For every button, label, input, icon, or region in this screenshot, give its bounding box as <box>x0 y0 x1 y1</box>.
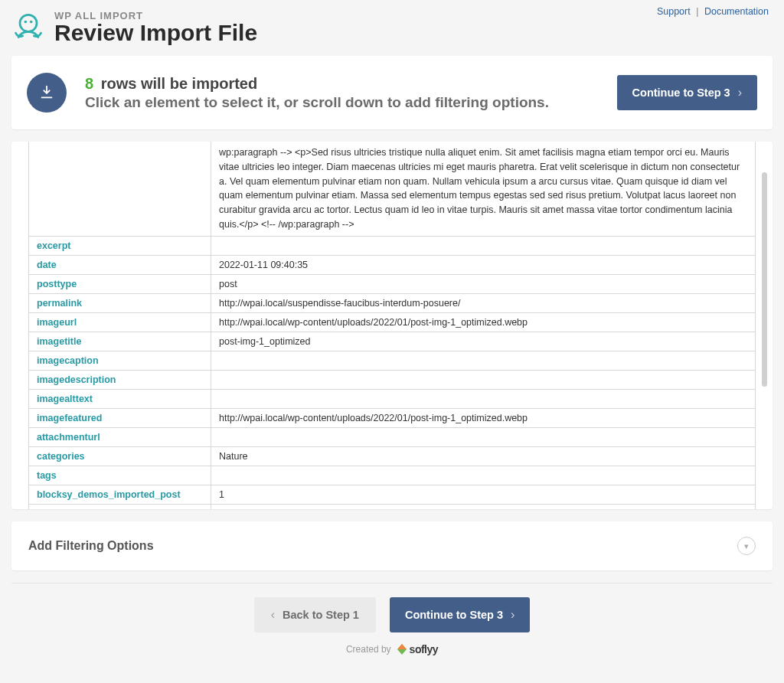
top-header: WP ALL IMPORT Review Import File Support… <box>0 0 784 56</box>
brand: WP ALL IMPORT Review Import File <box>11 9 257 45</box>
table-row[interactable]: _thumbnail_id100 <box>29 504 756 509</box>
field-value[interactable]: post <box>211 274 756 293</box>
hero-panel: 8 rows will be imported Click an element… <box>11 56 773 129</box>
table-row[interactable]: permalinkhttp://wpai.local/suspendisse-f… <box>29 293 756 312</box>
filter-title: Add Filtering Options <box>28 539 154 553</box>
table-row[interactable]: posttypepost <box>29 274 756 293</box>
field-value[interactable] <box>211 236 756 255</box>
field-value[interactable]: http://wpai.local/suspendisse-faucibus-i… <box>211 293 756 312</box>
field-value[interactable]: wp:paragraph --> <p>Sed risus ultricies … <box>211 142 756 236</box>
field-key[interactable]: date <box>29 255 211 274</box>
field-key[interactable]: _thumbnail_id <box>29 504 211 509</box>
octopus-logo-icon <box>11 9 45 45</box>
field-value[interactable]: 2022-01-11 09:40:35 <box>211 255 756 274</box>
field-value[interactable]: 1 <box>211 485 756 504</box>
back-label: Back to Step 1 <box>283 609 359 621</box>
data-table-panel: wp:paragraph --> <p>Sed risus ultricies … <box>11 142 773 509</box>
support-link[interactable]: Support <box>657 6 691 17</box>
field-key[interactable]: permalink <box>29 293 211 312</box>
back-step1-button[interactable]: ‹ Back to Step 1 <box>254 597 376 632</box>
import-data-table: wp:paragraph --> <p>Sed risus ultricies … <box>28 142 756 509</box>
scrollbar-track <box>762 142 767 509</box>
field-key[interactable]: imagealttext <box>29 389 211 408</box>
table-scroll-area[interactable]: wp:paragraph --> <p>Sed risus ultricies … <box>11 142 773 509</box>
table-row[interactable]: imagecaption <box>29 351 756 370</box>
field-value[interactable]: post-img-1_optimized <box>211 332 756 351</box>
table-row[interactable]: date2022-01-11 09:40:35 <box>29 255 756 274</box>
soflyy-logo[interactable]: soflyy <box>396 643 438 655</box>
chevron-right-icon: › <box>511 608 514 622</box>
page-title: Review Import File <box>54 20 257 45</box>
field-value[interactable] <box>211 370 756 389</box>
field-value[interactable] <box>211 389 756 408</box>
table-row[interactable]: tags <box>29 466 756 485</box>
table-row[interactable]: imageurlhttp://wpai.local/wp-content/upl… <box>29 312 756 332</box>
hero-subline: Click an element to select it, or scroll… <box>85 94 549 111</box>
field-value[interactable] <box>211 351 756 370</box>
table-row[interactable]: excerpt <box>29 236 756 255</box>
field-value[interactable]: http://wpai.local/wp-content/uploads/202… <box>211 312 756 332</box>
chevron-left-icon: ‹ <box>271 608 275 622</box>
vendor-name: soflyy <box>410 643 438 655</box>
field-key[interactable]: tags <box>29 466 211 485</box>
scrollbar-thumb[interactable] <box>762 172 767 387</box>
footer-nav: ‹ Back to Step 1 Continue to Step 3 › <box>0 597 784 632</box>
chevron-right-icon: › <box>738 86 742 100</box>
field-key[interactable]: blocksy_demos_imported_post <box>29 485 211 504</box>
field-key[interactable]: imageurl <box>29 312 211 332</box>
partial-content-text: wp:paragraph --> <p>Sed risus ultricies … <box>219 145 747 232</box>
field-key[interactable]: imagetitle <box>29 332 211 351</box>
table-row[interactable]: categoriesNature <box>29 446 756 466</box>
chevron-down-icon[interactable]: ▾ <box>737 537 756 555</box>
hero-headline: 8 rows will be imported <box>85 75 549 93</box>
field-key[interactable]: imagedescription <box>29 370 211 389</box>
table-row[interactable]: imagetitlepost-img-1_optimized <box>29 332 756 351</box>
field-value[interactable]: http://wpai.local/wp-content/uploads/202… <box>211 408 756 427</box>
link-separator: | <box>696 6 698 17</box>
field-value[interactable]: 100 <box>211 504 756 509</box>
created-by: Created by soflyy <box>0 643 784 655</box>
table-row[interactable]: attachmenturl <box>29 427 756 446</box>
filter-panel-header[interactable]: Add Filtering Options ▾ <box>11 521 773 570</box>
top-links: Support | Documentation <box>657 6 769 17</box>
field-value[interactable]: Nature <box>211 446 756 466</box>
svg-point-2 <box>30 21 33 24</box>
continue-label-top: Continue to Step 3 <box>632 87 730 99</box>
hero-headline-suffix: rows will be imported <box>101 75 257 92</box>
continue-step3-button-bottom[interactable]: Continue to Step 3 › <box>390 597 530 632</box>
import-circle-icon <box>27 73 67 113</box>
documentation-link[interactable]: Documentation <box>704 6 769 17</box>
field-key[interactable]: imagecaption <box>29 351 211 370</box>
field-key[interactable]: attachmenturl <box>29 427 211 446</box>
field-key[interactable]: imagefeatured <box>29 408 211 427</box>
table-row[interactable]: imagefeaturedhttp://wpai.local/wp-conten… <box>29 408 756 427</box>
table-row[interactable]: wp:paragraph --> <p>Sed risus ultricies … <box>29 142 756 236</box>
created-by-text: Created by <box>346 644 391 655</box>
table-row[interactable]: imagealttext <box>29 389 756 408</box>
field-key[interactable]: excerpt <box>29 236 211 255</box>
continue-step3-button-top[interactable]: Continue to Step 3 › <box>617 75 757 110</box>
field-value[interactable] <box>211 466 756 485</box>
field-key[interactable] <box>29 142 211 236</box>
import-count: 8 <box>85 75 93 92</box>
field-value[interactable] <box>211 427 756 446</box>
field-key[interactable]: categories <box>29 446 211 466</box>
field-key[interactable]: posttype <box>29 274 211 293</box>
svg-point-0 <box>20 15 37 31</box>
table-row[interactable]: imagedescription <box>29 370 756 389</box>
continue-label-bottom: Continue to Step 3 <box>405 609 503 621</box>
svg-point-1 <box>24 21 28 24</box>
table-row[interactable]: blocksy_demos_imported_post1 <box>29 485 756 504</box>
divider <box>11 583 773 583</box>
